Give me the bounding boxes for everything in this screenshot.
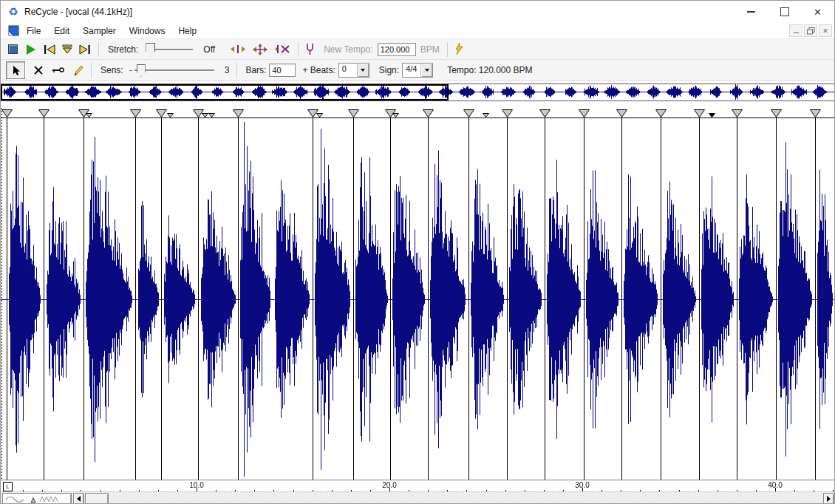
sens-slider[interactable] (134, 63, 214, 78)
left-locator-marker[interactable]: L (3, 482, 13, 491)
dropdown-arrow-icon[interactable] (420, 64, 432, 77)
menu-sampler[interactable]: Sampler (77, 24, 122, 38)
new-tempo-input[interactable] (378, 43, 416, 56)
mdi-close-icon: ✕ (822, 27, 828, 35)
slice-marker[interactable] (423, 109, 434, 118)
slice-line[interactable] (84, 118, 84, 480)
overview-strip[interactable] (1, 84, 835, 101)
waveform-canvas[interactable] (1, 118, 835, 480)
slice-line[interactable] (198, 118, 199, 480)
slice-line[interactable] (737, 118, 737, 480)
sens-value: 3 (225, 65, 230, 75)
slice-marker[interactable] (1, 109, 13, 118)
slice-marker-small[interactable] (392, 113, 399, 118)
slice-line[interactable] (815, 118, 816, 480)
slice-marker-small[interactable] (208, 113, 215, 118)
arrow-tool-button[interactable] (6, 61, 25, 79)
dropdown-arrow-icon[interactable] (357, 64, 369, 77)
pitch-button[interactable] (306, 43, 314, 55)
lock-tool-button[interactable] (52, 66, 64, 75)
slice-marker[interactable] (539, 109, 551, 118)
slice-marker[interactable] (732, 109, 743, 118)
slice-marker[interactable] (156, 109, 167, 118)
slice-line[interactable] (545, 118, 545, 480)
slice-line[interactable] (44, 118, 44, 480)
beats-dropdown[interactable]: 0 (338, 63, 369, 78)
slice-line[interactable] (161, 118, 162, 480)
minimize-button[interactable] (735, 1, 768, 23)
waveform-display[interactable] (1, 118, 835, 480)
previous-slice-button[interactable] (44, 44, 55, 55)
slice-marker[interactable] (502, 109, 513, 118)
slice-marker-selected[interactable] (709, 113, 715, 118)
transmit-button[interactable] (455, 43, 463, 55)
bars-input[interactable] (269, 64, 296, 77)
slice-marker-small[interactable] (167, 113, 174, 118)
scroll-right-button[interactable] (823, 493, 834, 504)
close-button[interactable]: ✕ (801, 1, 834, 23)
stretch-remove-button[interactable] (274, 44, 290, 55)
slice-line[interactable] (7, 118, 7, 480)
slice-line[interactable] (238, 118, 239, 480)
toolbar-separator (298, 42, 299, 57)
slice-line[interactable] (699, 118, 700, 480)
zoom-slider-control[interactable] (2, 493, 72, 504)
slice-line[interactable] (135, 118, 136, 480)
next-slice-button[interactable] (79, 44, 91, 55)
slice-marker[interactable] (616, 109, 627, 118)
slice-line[interactable] (353, 118, 354, 480)
slice-line[interactable] (428, 118, 429, 480)
app-window: ♻ ReCycle - [vocal (44.1kHz)] ✕ File Edi… (0, 0, 835, 504)
stretch-both-button[interactable] (252, 44, 268, 55)
menu-file[interactable]: File (21, 24, 47, 38)
slice-marker-small[interactable] (316, 113, 323, 118)
view-rectangle[interactable] (1, 84, 449, 101)
slice-line[interactable] (661, 118, 661, 480)
goto-marker-button[interactable] (61, 44, 73, 55)
slice-marker-row[interactable] (1, 108, 835, 118)
document-icon[interactable] (8, 25, 19, 36)
menu-windows[interactable]: Windows (123, 24, 171, 38)
stretch-slider[interactable] (146, 42, 193, 57)
slice-marker-small[interactable] (202, 113, 208, 118)
menu-edit[interactable]: Edit (48, 24, 75, 38)
mdi-restore-button[interactable] (804, 24, 817, 37)
slice-line[interactable] (313, 118, 313, 480)
mdi-close-button[interactable]: ✕ (819, 24, 832, 37)
sens-slider-thumb[interactable] (137, 64, 146, 77)
mute-tool-button[interactable] (33, 65, 44, 75)
slice-line[interactable] (507, 118, 508, 480)
slice-line[interactable] (584, 118, 584, 480)
slice-marker-small[interactable] (86, 113, 92, 118)
pencil-tool-button[interactable] (72, 64, 84, 76)
slice-marker[interactable] (130, 109, 141, 118)
mdi-minimize-button[interactable] (789, 24, 802, 37)
stop-button[interactable] (8, 44, 18, 54)
slice-line[interactable] (390, 118, 391, 480)
slice-marker[interactable] (810, 109, 821, 118)
stretch-start-button[interactable] (230, 44, 246, 55)
slice-line[interactable] (468, 118, 469, 480)
sens-slider-groove[interactable] (134, 69, 214, 71)
stretch-slider-thumb[interactable] (146, 43, 155, 57)
sign-dropdown[interactable]: 4/4 (402, 63, 433, 78)
slice-marker[interactable] (38, 109, 50, 118)
slice-marker[interactable] (233, 109, 244, 118)
menu-help[interactable]: Help (172, 24, 202, 38)
slice-marker[interactable] (694, 109, 705, 118)
slice-line[interactable] (621, 118, 622, 480)
slice-marker[interactable] (579, 109, 590, 118)
maximize-button[interactable] (768, 1, 801, 23)
scroll-left-button[interactable] (73, 493, 84, 504)
scrollbar-thumb[interactable] (85, 493, 109, 504)
slice-marker[interactable] (655, 109, 667, 118)
slice-line[interactable] (776, 118, 777, 480)
play-button[interactable] (27, 44, 35, 55)
left-locator-line[interactable] (1, 108, 2, 480)
slice-marker[interactable] (348, 109, 359, 118)
next-slice-icon (79, 44, 91, 55)
slice-marker-small[interactable] (483, 113, 489, 118)
slice-marker[interactable] (463, 109, 474, 118)
slice-marker[interactable] (771, 109, 782, 118)
arrow-cursor-icon (11, 65, 21, 76)
